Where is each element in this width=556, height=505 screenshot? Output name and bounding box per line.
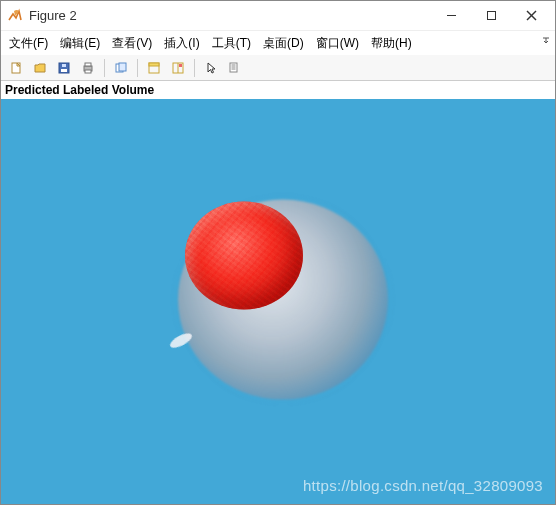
svg-rect-12 xyxy=(119,63,126,71)
save-icon[interactable] xyxy=(53,58,75,78)
menu-file[interactable]: 文件(F) xyxy=(3,32,54,55)
menu-desktop[interactable]: 桌面(D) xyxy=(257,32,310,55)
layout-icon[interactable] xyxy=(167,58,189,78)
figure-axes[interactable]: https://blog.csdn.net/qq_32809093 xyxy=(1,99,555,504)
open-folder-icon[interactable] xyxy=(29,58,51,78)
dock-icon[interactable] xyxy=(143,58,165,78)
volume-region-label xyxy=(185,201,303,309)
window-controls xyxy=(431,1,551,31)
svg-rect-14 xyxy=(149,63,159,66)
new-file-icon[interactable] xyxy=(5,58,27,78)
toolbar-separator xyxy=(137,59,138,77)
svg-rect-9 xyxy=(85,63,91,66)
menu-tools[interactable]: 工具(T) xyxy=(206,32,257,55)
svg-rect-1 xyxy=(487,12,495,20)
menu-insert[interactable]: 插入(I) xyxy=(158,32,205,55)
matlab-app-icon xyxy=(7,8,23,24)
pointer-icon[interactable] xyxy=(200,58,222,78)
copy-figure-icon[interactable] xyxy=(110,58,132,78)
menu-overflow-icon[interactable] xyxy=(541,35,551,49)
svg-rect-6 xyxy=(61,69,67,72)
toolbar-separator xyxy=(104,59,105,77)
menu-window[interactable]: 窗口(W) xyxy=(310,32,365,55)
print-icon[interactable] xyxy=(77,58,99,78)
svg-rect-17 xyxy=(179,64,182,67)
menu-help[interactable]: 帮助(H) xyxy=(365,32,418,55)
svg-rect-10 xyxy=(85,70,91,73)
window-title: Figure 2 xyxy=(29,8,431,23)
menu-bar: 文件(F) 编辑(E) 查看(V) 插入(I) 工具(T) 桌面(D) 窗口(W… xyxy=(1,31,555,55)
window-titlebar: Figure 2 xyxy=(1,1,555,31)
figure-toolbar xyxy=(1,55,555,81)
axes-title: Predicted Labeled Volume xyxy=(1,81,555,99)
minimize-button[interactable] xyxy=(431,1,471,31)
close-button[interactable] xyxy=(511,1,551,31)
watermark-text: https://blog.csdn.net/qq_32809093 xyxy=(303,477,543,494)
menu-view[interactable]: 查看(V) xyxy=(106,32,158,55)
inspect-icon[interactable] xyxy=(224,58,246,78)
volume-render xyxy=(163,187,393,407)
toolbar-separator xyxy=(194,59,195,77)
svg-rect-7 xyxy=(62,64,66,67)
menu-edit[interactable]: 编辑(E) xyxy=(54,32,106,55)
maximize-button[interactable] xyxy=(471,1,511,31)
